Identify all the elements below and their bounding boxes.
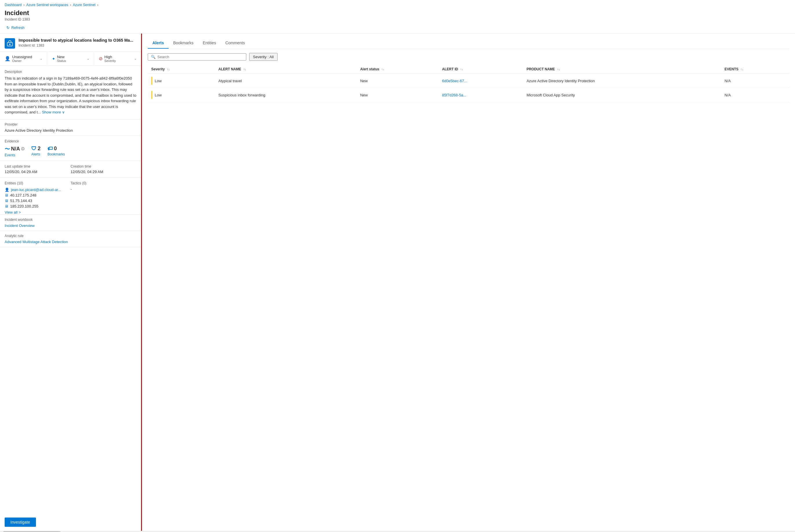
col-events[interactable]: EVENTS ↑↓ (721, 65, 789, 74)
severity-dropdown[interactable]: ⊘ High Severity ⌄ (94, 52, 141, 65)
bottom-scrollbar[interactable] (0, 531, 795, 532)
breadcrumb-sep2: › (70, 3, 71, 7)
refresh-bar: ↻ Refresh (0, 23, 795, 33)
workbook-link[interactable]: Incident Overview (5, 224, 35, 228)
view-all-entities[interactable]: View all > (5, 210, 21, 214)
entity-ip2-value: 51.75.144.43 (10, 198, 32, 203)
analytic-rule-link[interactable]: Advanced Multistage Attack Detection (5, 240, 68, 244)
cell-severity-0: Low (148, 74, 215, 88)
status-block: New Status (57, 55, 66, 62)
last-update-label: Last update time (5, 165, 71, 169)
productname-sort-icon: ↑↓ (557, 68, 560, 71)
col-alert-name[interactable]: ALERT NAME ↑↓ (215, 65, 357, 74)
breadcrumb-sep1: › (23, 3, 25, 7)
description-label: Description (5, 70, 137, 74)
last-update-value: 12/05/20, 04:29 AM (5, 170, 71, 174)
owner-block: Unassigned Owner (12, 55, 32, 62)
workbook-area: Incident workbook Incident Overview (0, 215, 141, 231)
evidence-alerts-val: 🛡 2 (31, 146, 40, 152)
alertname-sort-icon: ↑↓ (243, 68, 246, 71)
refresh-button[interactable]: ↻ Refresh (5, 24, 26, 31)
incident-title: Impossible travel to atypical locations … (19, 38, 133, 43)
owner-dropdown[interactable]: 👤 Unassigned Owner ⌄ (0, 52, 47, 65)
severity-sort-icon: ↑↓ (167, 68, 170, 71)
severity-val-1: Low (155, 93, 162, 97)
status-chevron-icon: ⌄ (87, 57, 89, 60)
entity-user-link[interactable]: jean-luc.picard@ad.cloud-ar... (11, 188, 61, 192)
workbook-label: Incident workbook (5, 218, 137, 222)
page-title: Incident (5, 9, 790, 17)
incident-header: Impossible travel to atypical locations … (0, 34, 141, 52)
investigate-button[interactable]: Investigate (5, 517, 36, 527)
severity-bar-1 (151, 91, 152, 99)
alerts-table: Severity ↑↓ ALERT NAME ↑↓ Alert status ↑… (148, 65, 789, 102)
description-area: Description This is an indication of a s… (0, 66, 141, 119)
refresh-label: Refresh (11, 25, 25, 30)
show-more-link[interactable]: Show more ∨ (42, 110, 65, 114)
analytic-rule-label: Analytic rule (5, 234, 137, 238)
tactics-value: - (71, 187, 137, 191)
owner-label: Owner (12, 59, 32, 62)
severity-label: Severity (104, 59, 116, 62)
alert-id-link-0[interactable]: 6d0e5bec-67... (442, 79, 467, 83)
entities-label: Entities (10) (5, 181, 71, 185)
description-text: This is an indication of a sign in by 71… (5, 76, 137, 115)
search-icon: 🔍 (151, 55, 156, 59)
provider-area: Provider Azure Active Directory Identity… (0, 119, 141, 136)
bookmarks-link[interactable]: Bookmarks (48, 152, 65, 156)
incident-detail-id: Incident Id: 1383 (19, 43, 133, 48)
alerts-link[interactable]: Alerts (31, 152, 40, 156)
cell-severity-1: Low (148, 88, 215, 102)
entity-ip1-value: 40.127.175.248 (10, 193, 36, 197)
entity-ip1: 🖥 40.127.175.248 (5, 192, 71, 198)
entity-ip3: 🖥 185.220.100.255 (5, 204, 71, 209)
col-alert-status[interactable]: Alert status ↑↓ (357, 65, 439, 74)
alertid-sort-icon: ↑↓ (460, 68, 463, 71)
severity-chevron-icon: ⌄ (134, 57, 137, 60)
breadcrumb-sentinel[interactable]: Azure Sentinel (73, 3, 95, 7)
page-title-block: Incident Incident ID 1383 (0, 9, 795, 23)
cell-alertid-1[interactable]: 85f7d268-5a... (439, 88, 523, 102)
col-severity[interactable]: Severity ↑↓ (148, 65, 215, 74)
incident-title-block: Impossible travel to atypical locations … (19, 38, 133, 48)
tab-comments[interactable]: Comments (221, 38, 250, 49)
col-alert-id[interactable]: ALERT ID ↑↓ (439, 65, 523, 74)
search-input[interactable] (157, 55, 243, 59)
status-bar: 👤 Unassigned Owner ⌄ ✦ New Status ⌄ (0, 52, 141, 66)
incident-icon (5, 38, 15, 49)
ip1-entity-icon: 🖥 (5, 193, 8, 197)
alertstatus-sort-icon: ↑↓ (382, 68, 384, 71)
events-link[interactable]: Events (5, 153, 15, 157)
creation-label: Creation time (71, 165, 137, 169)
severity-filter-button[interactable]: Severity : All (249, 53, 277, 61)
status-value: New (57, 55, 66, 59)
tab-alerts[interactable]: Alerts (148, 38, 169, 49)
search-box[interactable]: 🔍 (148, 53, 246, 60)
cell-productname-1: Microsoft Cloud App Security (523, 88, 721, 102)
last-update-block: Last update time 12/05/20, 04:29 AM (5, 165, 71, 174)
breadcrumb-workspaces[interactable]: Azure Sentinel workspaces (26, 3, 68, 7)
tabs-row: Alerts Bookmarks Entities Comments (148, 34, 789, 49)
owner-icon: 👤 (5, 56, 11, 61)
evidence-bookmarks-val: 🏷 0 (48, 146, 57, 152)
cell-alertstatus-1: New (357, 88, 439, 102)
analytic-rule-area: Analytic rule Advanced Multistage Attack… (0, 231, 141, 247)
table-row: Low Atypical travel New 6d0e5bec-67... A… (148, 74, 789, 88)
ip2-entity-icon: 🖥 (5, 198, 8, 203)
alert-id-link-1[interactable]: 85f7d268-5a... (442, 93, 467, 97)
evidence-row: 〜 N/A ⓘ Events 🛡 2 Alerts (5, 146, 137, 157)
tab-bookmarks[interactable]: Bookmarks (169, 38, 198, 49)
status-label: Status (57, 59, 66, 62)
owner-chevron-icon: ⌄ (40, 57, 42, 60)
col-product-name[interactable]: PRODUCT NAME ↑↓ (523, 65, 721, 74)
status-dropdown[interactable]: ✦ New Status ⌄ (47, 52, 94, 65)
cell-alertid-0[interactable]: 6d0e5bec-67... (439, 74, 523, 88)
table-row: Low Suspicious inbox forwarding New 85f7… (148, 88, 789, 102)
evidence-events-val: 〜 N/A ⓘ (5, 146, 24, 153)
entities-tactics-row: Entities (10) 👤 jean-luc.picard@ad.cloud… (0, 178, 141, 215)
breadcrumb-dashboard[interactable]: Dashboard (5, 3, 22, 7)
breadcrumb-sep3: › (97, 3, 98, 7)
bookmarks-icon: 🏷 (48, 146, 53, 152)
evidence-label: Evidence (5, 139, 137, 143)
tab-entities[interactable]: Entities (198, 38, 221, 49)
